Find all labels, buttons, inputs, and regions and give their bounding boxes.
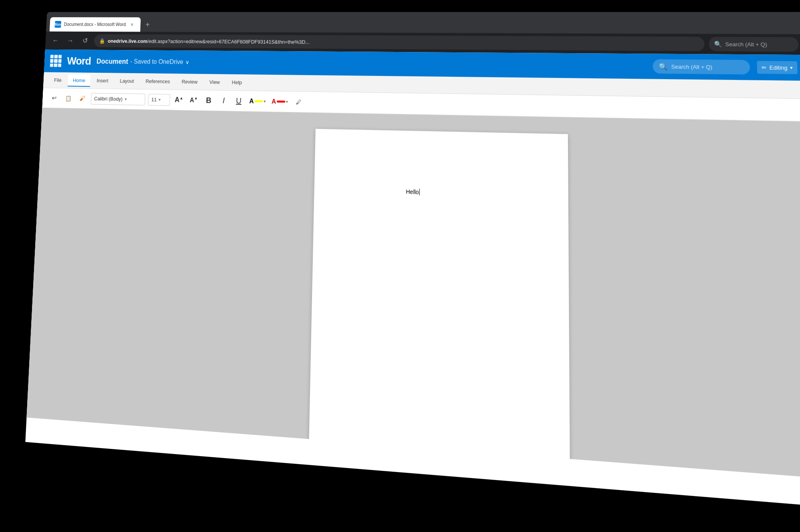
- screen-container: Word Document.docx - Microsoft Word × + …: [0, 0, 800, 532]
- word-search-box[interactable]: 🔍 Search (Alt + Q): [653, 59, 750, 74]
- browser-search-icon: 🔍: [714, 41, 722, 48]
- bold-button[interactable]: B: [202, 94, 215, 107]
- clipboard-icon: 📋: [65, 95, 71, 102]
- word-search-icon: 🔍: [659, 62, 668, 70]
- highlight-chevron[interactable]: ▾: [264, 99, 266, 104]
- font-shrink-button[interactable]: A▼: [188, 94, 200, 107]
- highlight-color-button[interactable]: A ▾: [248, 97, 267, 106]
- italic-icon: I: [222, 96, 225, 105]
- lock-icon: 🔒: [99, 38, 105, 44]
- font-size-selector[interactable]: 11 ▾: [148, 94, 170, 106]
- browser-chrome: Word Document.docx - Microsoft Word × + …: [45, 12, 800, 55]
- editing-pencil-icon: ✏: [762, 64, 767, 70]
- grid-dot: [50, 55, 54, 58]
- tab-close-button[interactable]: ×: [129, 21, 136, 28]
- grid-dot: [50, 59, 54, 63]
- new-tab-button[interactable]: +: [142, 18, 154, 31]
- editing-chevron-icon: ▾: [790, 65, 793, 70]
- tab-title: Document.docx - Microsoft Word: [64, 22, 126, 27]
- document-content: Hello: [342, 154, 538, 159]
- browser-tab-active[interactable]: Word Document.docx - Microsoft Word ×: [50, 17, 141, 32]
- word-logo: Word: [67, 55, 91, 67]
- document-title-chevron[interactable]: ∨: [185, 59, 189, 66]
- more-formatting-button[interactable]: 🖊: [292, 96, 305, 108]
- document-area[interactable]: Hello: [26, 108, 800, 478]
- word-search-placeholder: Search (Alt + Q): [671, 64, 712, 70]
- format-painter-icon: 🖌: [79, 95, 85, 102]
- bold-icon: B: [206, 96, 212, 105]
- tab-favicon: Word: [55, 21, 62, 28]
- tab-bar: Word Document.docx - Microsoft Word × +: [46, 12, 800, 34]
- forward-button[interactable]: →: [64, 34, 76, 46]
- document-title[interactable]: Document: [96, 57, 128, 66]
- grid-dot: [58, 59, 62, 63]
- tab-home[interactable]: Home: [68, 74, 90, 86]
- font-color-bar: [277, 100, 285, 102]
- browser-search-placeholder: Search (Alt + Q): [725, 41, 767, 48]
- grid-dot: [54, 64, 58, 67]
- highlight-color-bar: [254, 100, 263, 102]
- tab-review[interactable]: Review: [176, 76, 203, 88]
- font-family-chevron: ▾: [125, 97, 127, 102]
- more-formatting-icon: 🖊: [296, 99, 302, 105]
- grid-dot: [50, 64, 54, 67]
- font-family-label: Calibri (Body): [94, 96, 123, 102]
- underline-button[interactable]: U: [232, 94, 245, 107]
- font-size-label: 11: [151, 97, 157, 103]
- font-family-selector[interactable]: Calibri (Body) ▾: [91, 93, 146, 105]
- address-domain: onedrive.live.com: [108, 38, 148, 44]
- font-color-button[interactable]: A ▾: [270, 97, 290, 106]
- tab-layout[interactable]: Layout: [114, 75, 139, 87]
- back-button[interactable]: ←: [50, 34, 62, 46]
- tab-file[interactable]: File: [49, 74, 67, 86]
- doc-title-area: Document - Saved to OneDrive ∨: [96, 57, 646, 71]
- format-painter-button[interactable]: 🖌: [76, 92, 88, 105]
- undo-icon: ↩: [52, 94, 56, 102]
- font-size-chevron: ▾: [159, 98, 161, 102]
- tab-help[interactable]: Help: [226, 76, 247, 89]
- grid-dot: [58, 55, 62, 58]
- font-shrink-icon: A▼: [190, 96, 198, 104]
- font-color-chevron[interactable]: ▾: [286, 100, 288, 104]
- font-grow-button[interactable]: A▲: [173, 94, 185, 106]
- editing-mode-label: Editing: [769, 64, 787, 71]
- underline-icon: U: [236, 96, 242, 106]
- highlight-a-label: A: [249, 98, 254, 105]
- tab-references[interactable]: References: [140, 75, 176, 88]
- font-grow-icon: A▲: [174, 96, 183, 104]
- address-bar[interactable]: 🔒 onedrive.live.com/edit.aspx?action=edi…: [94, 34, 704, 51]
- grid-dot: [58, 64, 62, 67]
- word-app-body: Word Document - Saved to OneDrive ∨ 🔍 Se…: [26, 50, 800, 478]
- document-hello-text[interactable]: Hello: [406, 188, 420, 195]
- tab-view[interactable]: View: [204, 76, 225, 88]
- italic-button[interactable]: I: [218, 94, 230, 107]
- text-cursor: [419, 189, 420, 195]
- browser-window: Word Document.docx - Microsoft Word × + …: [25, 12, 800, 506]
- address-path: /edit.aspx?action=editnew&resid=67ECA6F6…: [147, 38, 310, 45]
- undo-button[interactable]: ↩: [48, 92, 60, 104]
- address-text: onedrive.live.com/edit.aspx?action=editn…: [108, 38, 310, 45]
- document-page[interactable]: Hello: [308, 129, 570, 478]
- tab-insert[interactable]: Insert: [91, 75, 114, 87]
- editing-mode-button[interactable]: ✏ Editing ▾: [757, 61, 798, 74]
- browser-search-box[interactable]: 🔍 Search (Alt + Q): [709, 37, 799, 52]
- apps-grid-button[interactable]: [50, 55, 62, 67]
- grid-dot: [54, 55, 58, 58]
- document-saved-status: - Saved to OneDrive: [130, 58, 183, 66]
- clipboard-button[interactable]: 📋: [62, 92, 74, 104]
- font-color-a-label: A: [272, 98, 276, 105]
- grid-dot: [54, 59, 58, 63]
- reload-button[interactable]: ↺: [79, 35, 91, 47]
